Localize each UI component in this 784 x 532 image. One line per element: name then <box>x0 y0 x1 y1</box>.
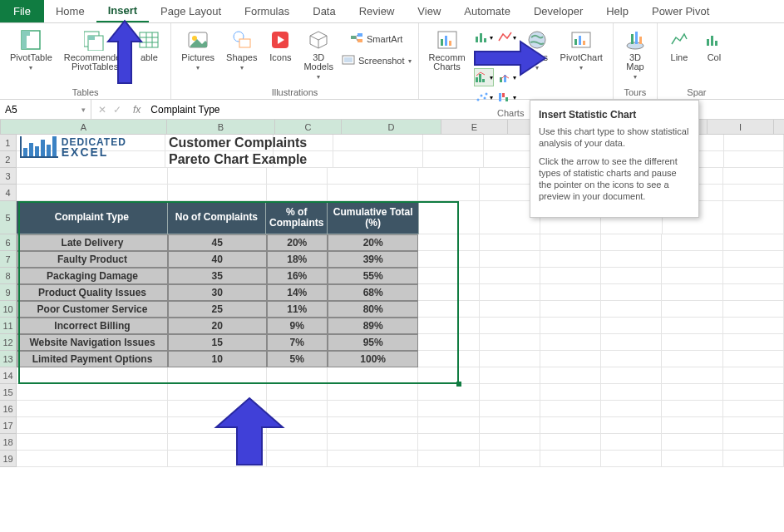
cell-E7[interactable] <box>418 251 479 268</box>
cell-G8[interactable] <box>540 268 601 284</box>
cell-B4[interactable] <box>168 185 267 201</box>
cell-J2[interactable] <box>724 151 784 168</box>
cell-B15[interactable] <box>168 384 267 401</box>
row-header-1[interactable]: 1 <box>0 135 17 151</box>
cell-F10[interactable] <box>480 301 540 318</box>
cell-E16[interactable] <box>418 401 479 417</box>
cell-J13[interactable] <box>723 351 784 367</box>
cell-H13[interactable] <box>601 351 662 367</box>
cell-A16[interactable] <box>17 401 168 417</box>
row-header-9[interactable]: 9 <box>0 284 17 301</box>
maps-button[interactable]: Maps ▾ <box>522 27 552 106</box>
cell-C19[interactable] <box>267 451 328 467</box>
cell-J8[interactable] <box>723 268 784 284</box>
cell-F17[interactable] <box>480 417 540 434</box>
tab-formulas[interactable]: Formulas <box>233 0 301 22</box>
cell-J16[interactable] <box>723 401 784 417</box>
cell-J12[interactable] <box>723 334 784 351</box>
tab-automate[interactable]: Automate <box>452 0 522 22</box>
column-chart-button[interactable]: ▾ <box>474 28 494 47</box>
cell-E2[interactable] <box>423 151 483 168</box>
cell-B8[interactable]: 35 <box>168 268 267 284</box>
cell-G12[interactable] <box>540 334 601 351</box>
cell-E5[interactable] <box>419 201 480 234</box>
cell-J3[interactable] <box>723 168 784 185</box>
cell-H14[interactable] <box>601 367 662 384</box>
cell-H15[interactable] <box>601 384 662 401</box>
cell-D11[interactable]: 89% <box>328 318 419 334</box>
cell-J17[interactable] <box>723 417 784 434</box>
cell-A1[interactable]: DEDICATEDEXCEL <box>17 135 165 151</box>
cell-J7[interactable] <box>723 251 784 268</box>
statistic-chart-button[interactable]: ▾ <box>474 68 494 86</box>
tab-page-layout[interactable]: Page Layout <box>149 0 233 22</box>
cell-D7[interactable]: 39% <box>328 251 419 268</box>
cell-J11[interactable] <box>723 318 784 334</box>
cell-B13[interactable]: 10 <box>168 351 267 367</box>
cancel-icon[interactable]: ✕ <box>98 104 106 116</box>
cell-D1[interactable] <box>333 135 423 151</box>
scatter-chart-button[interactable]: ▾ <box>474 88 494 106</box>
cell-C6[interactable]: 20% <box>267 234 328 251</box>
sparkline-line-button[interactable]: Line <box>664 27 694 86</box>
row-header-10[interactable]: 10 <box>0 301 17 318</box>
cell-I19[interactable] <box>662 451 722 467</box>
row-header-8[interactable]: 8 <box>0 268 17 284</box>
cell-A6[interactable]: Late Delivery <box>17 234 168 251</box>
cell-B3[interactable] <box>168 168 267 185</box>
cell-G14[interactable] <box>540 367 601 384</box>
col-header-D[interactable]: D <box>342 120 441 135</box>
cell-C14[interactable] <box>267 367 328 384</box>
cell-E19[interactable] <box>418 451 479 467</box>
sparkline-col-button[interactable]: Col <box>699 27 729 86</box>
cell-G19[interactable] <box>540 451 601 467</box>
pie-chart-button[interactable]: ▾ <box>474 48 494 66</box>
cell-B2[interactable]: Pareto Chart Example <box>165 151 274 168</box>
cell-F6[interactable] <box>480 234 540 251</box>
name-box[interactable]: A5 ▾ <box>0 100 91 119</box>
fx-icon[interactable]: fx <box>128 104 145 116</box>
cell-I6[interactable] <box>662 234 722 251</box>
cell-B11[interactable]: 20 <box>168 318 267 334</box>
cell-C9[interactable]: 14% <box>267 284 328 301</box>
tab-help[interactable]: Help <box>594 0 640 22</box>
cell-I17[interactable] <box>662 417 722 434</box>
cell-B9[interactable]: 30 <box>168 284 267 301</box>
enter-icon[interactable]: ✓ <box>113 104 121 116</box>
cell-A4[interactable] <box>17 185 168 201</box>
cell-J5[interactable] <box>723 201 784 234</box>
cell-E17[interactable] <box>418 417 479 434</box>
cell-D2[interactable] <box>333 151 423 168</box>
tab-view[interactable]: View <box>406 0 452 22</box>
cell-A17[interactable] <box>17 417 168 434</box>
cell-D18[interactable] <box>328 434 419 451</box>
cell-A3[interactable] <box>17 168 168 185</box>
cell-B10[interactable]: 25 <box>168 301 267 318</box>
cell-C18[interactable] <box>267 434 328 451</box>
cell-H9[interactable] <box>601 284 662 301</box>
cell-F11[interactable] <box>480 318 540 334</box>
smartart-button[interactable]: SmartArt <box>342 30 412 48</box>
cell-I13[interactable] <box>662 351 722 367</box>
cell-H7[interactable] <box>601 251 662 268</box>
cell-I16[interactable] <box>662 401 722 417</box>
cell-C8[interactable]: 16% <box>267 268 328 284</box>
row-header-6[interactable]: 6 <box>0 234 17 251</box>
cell-B1[interactable]: Customer Complaints <box>165 135 274 151</box>
cell-A7[interactable]: Faulty Product <box>17 251 168 268</box>
row-header-7[interactable]: 7 <box>0 251 17 268</box>
tab-data[interactable]: Data <box>301 0 347 22</box>
cell-H10[interactable] <box>601 301 662 318</box>
cell-B5[interactable]: No of Complaints <box>168 201 266 234</box>
cell-J15[interactable] <box>723 384 784 401</box>
cell-J6[interactable] <box>723 234 784 251</box>
cell-G15[interactable] <box>540 384 601 401</box>
cell-H19[interactable] <box>601 451 662 467</box>
cell-H18[interactable] <box>601 434 662 451</box>
cell-F18[interactable] <box>480 434 540 451</box>
row-header-14[interactable]: 14 <box>0 367 17 384</box>
cell-C5[interactable]: % of Complaints <box>266 201 328 234</box>
row-header-2[interactable]: 2 <box>0 151 17 168</box>
cell-G9[interactable] <box>540 284 601 301</box>
cell-G6[interactable] <box>540 234 601 251</box>
